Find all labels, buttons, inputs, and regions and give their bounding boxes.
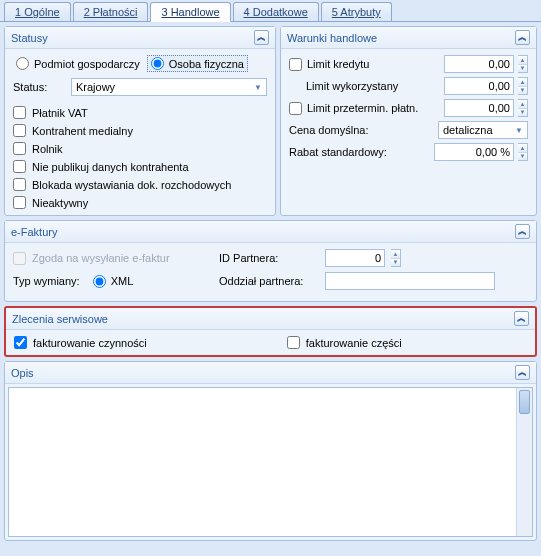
label-cena-domyslna: Cena domyślna: [289,124,369,136]
input-limit-wykorzystany[interactable]: 0,00 [444,77,514,95]
chevron-down-icon: ▼ [254,83,262,92]
label-podmiot: Podmiot gospodarczy [34,58,140,70]
check-fakturowanie-czesci[interactable]: fakturowanie części [287,336,402,349]
radio-xml[interactable]: XML [90,274,137,289]
check-limit-przeterm[interactable] [289,102,302,115]
collapse-opis[interactable]: ︽ [515,365,530,380]
spinner-id-partnera[interactable]: ▲▼ [391,249,401,267]
label-osoba: Osoba fizyczna [169,58,244,70]
spinner-limit-prz[interactable]: ▲▼ [518,99,528,117]
chevron-down-icon: ▼ [515,126,523,135]
input-id-partnera[interactable]: 0 [325,249,385,267]
check-limit-kredytu[interactable] [289,58,302,71]
panel-opis: Opis ︽ [4,361,537,541]
label-id-partnera: ID Partnera: [219,252,319,264]
label-limit-przeterm: Limit przetermin. płatn. [307,102,418,114]
label-xml: XML [111,275,134,287]
tab-ogolne[interactable]: 1 Ogólne [4,2,71,21]
input-oddzial-partnera[interactable] [325,272,495,290]
dropdown-cena-domyslna[interactable]: detaliczna ▼ [438,121,528,139]
label-blokada: Blokada wystawiania dok. rozchodowych [32,179,231,191]
label-zgoda: Zgoda na wysyłanie e-faktur [32,252,170,264]
panel-zlecenia-serwisowe: Zlecenia serwisowe ︽ fakturowanie czynno… [4,306,537,357]
panel-efaktury: e-Faktury ︽ Zgoda na wysyłanie e-faktur … [4,220,537,302]
textarea-opis[interactable] [8,387,533,537]
spinner-limit-wyk[interactable]: ▲▼ [518,77,528,95]
label-limit-wykorzystany: Limit wykorzystany [306,80,398,92]
panel-statusy: Statusy ︽ Podmiot gospodarczy Osoba fizy… [4,26,276,216]
tab-platnosci[interactable]: 2 Płatności [73,2,149,21]
collapse-statusy[interactable]: ︽ [254,30,269,45]
label-rolnik: Rolnik [32,143,63,155]
check-zgoda-efaktury: Zgoda na wysyłanie e-faktur [13,252,213,265]
input-limit-kredytu[interactable]: 0,00 [444,55,514,73]
panel-title-statusy: Statusy [11,32,48,44]
scrollbar-opis[interactable] [516,388,532,536]
label-fakt-czyn: fakturowanie czynności [33,337,147,349]
tab-bar: 1 Ogólne 2 Płatności 3 Handlowe 4 Dodatk… [0,0,541,22]
label-status: Status: [13,81,63,93]
label-nieaktywny: Nieaktywny [32,197,88,209]
label-fakt-czesci: fakturowanie części [306,337,402,349]
label-platnik: Płatnik VAT [32,107,88,119]
label-niepub: Nie publikuj danych kontrahenta [32,161,189,173]
collapse-efaktury[interactable]: ︽ [515,224,530,239]
label-oddzial-partnera: Oddział partnera: [219,275,319,287]
scroll-thumb[interactable] [519,390,530,414]
tab-atrybuty[interactable]: 5 Atrybuty [321,2,392,21]
check-nie-publikuj[interactable]: Nie publikuj danych kontrahenta [13,160,267,173]
panel-title-zlecenia: Zlecenia serwisowe [12,313,108,325]
check-rolnik[interactable]: Rolnik [13,142,267,155]
radio-osoba-fizyczna[interactable]: Osoba fizyczna [147,55,248,72]
panel-title-opis: Opis [11,367,34,379]
input-limit-przeterm[interactable]: 0,00 [444,99,514,117]
collapse-zlecenia[interactable]: ︽ [514,311,529,326]
check-platnik-vat[interactable]: Płatnik VAT [13,106,267,119]
check-blokada[interactable]: Blokada wystawiania dok. rozchodowych [13,178,267,191]
check-nieaktywny[interactable]: Nieaktywny [13,196,267,209]
panel-warunki-handlowe: Warunki handlowe ︽ Limit kredytu 0,00 ▲▼… [280,26,537,216]
check-fakturowanie-czynnosci[interactable]: fakturowanie czynności [14,336,147,349]
spinner-limit-kredytu[interactable]: ▲▼ [518,55,528,73]
input-rabat[interactable]: 0,00 % [434,143,514,161]
label-rabat: Rabat standardowy: [289,146,387,158]
cena-value: detaliczna [443,124,493,136]
dropdown-status[interactable]: Krajowy ▼ [71,78,267,96]
panel-title-efaktury: e-Faktury [11,226,57,238]
check-kontrahent-medialny[interactable]: Kontrahent medialny [13,124,267,137]
radio-podmiot-gospodarczy[interactable]: Podmiot gospodarczy [13,56,143,71]
tab-handlowe[interactable]: 3 Handlowe [150,2,230,22]
panel-title-warunki: Warunki handlowe [287,32,377,44]
label-limit-kredytu: Limit kredytu [307,58,369,70]
collapse-warunki[interactable]: ︽ [515,30,530,45]
label-typ-wymiany: Typ wymiany: [13,275,80,287]
tab-dodatkowe[interactable]: 4 Dodatkowe [233,2,319,21]
status-value: Krajowy [76,81,115,93]
label-medialny: Kontrahent medialny [32,125,133,137]
spinner-rabat[interactable]: ▲▼ [518,143,528,161]
